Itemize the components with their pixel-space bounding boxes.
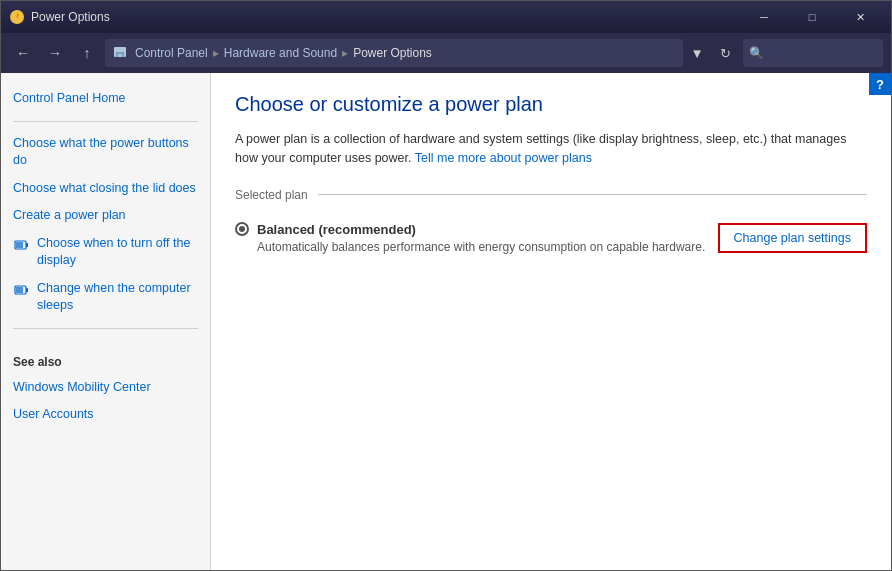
- change-plan-settings-button[interactable]: Change plan settings: [718, 223, 867, 253]
- radio-button[interactable]: [235, 222, 249, 236]
- selected-plan-label: Selected plan: [235, 188, 308, 202]
- back-button[interactable]: ←: [9, 39, 37, 67]
- app-icon: [9, 9, 25, 25]
- battery-icon-1: [13, 236, 31, 254]
- svg-rect-6: [16, 242, 23, 248]
- svg-rect-3: [118, 54, 122, 57]
- content-area: Choose or customize a power plan A power…: [211, 73, 891, 571]
- main-container: Control Panel Home Choose what the power…: [1, 73, 891, 571]
- plan-description: Automatically balances performance with …: [235, 240, 705, 254]
- sidebar-divider-2: [13, 328, 198, 329]
- content-description: A power plan is a collection of hardware…: [235, 130, 867, 168]
- plan-name: Balanced (recommended): [235, 222, 705, 237]
- help-button[interactable]: ?: [869, 73, 891, 95]
- plan-row: Balanced (recommended) Automatically bal…: [235, 214, 867, 262]
- page-title: Choose or customize a power plan: [235, 93, 867, 116]
- breadcrumb-home-icon: [113, 45, 129, 61]
- breadcrumb-sep-1: ▸: [213, 46, 219, 60]
- window-title: Power Options: [31, 10, 741, 24]
- breadcrumb-control-panel[interactable]: Control Panel: [135, 46, 208, 60]
- address-bar: ← → ↑ Control Panel ▸ Hardware and Sound…: [1, 33, 891, 73]
- sidebar-item-change-sleep[interactable]: Change when the computer sleeps: [1, 275, 210, 320]
- maximize-button[interactable]: □: [789, 1, 835, 33]
- breadcrumb-hardware-sound[interactable]: Hardware and Sound: [224, 46, 337, 60]
- breadcrumb-sep-2: ▸: [342, 46, 348, 60]
- sidebar-item-control-panel-home[interactable]: Control Panel Home: [1, 85, 210, 113]
- see-also-title: See also: [1, 337, 210, 374]
- svg-rect-5: [26, 243, 28, 247]
- radio-button-inner: [239, 226, 245, 232]
- breadcrumb-dropdown-button[interactable]: ▼: [687, 39, 707, 67]
- sidebar-divider-1: [13, 121, 198, 122]
- breadcrumb-power-options: Power Options: [353, 46, 432, 60]
- svg-rect-8: [26, 288, 28, 292]
- learn-more-link[interactable]: Tell me more about power plans: [415, 151, 592, 165]
- sidebar-item-turn-off-display[interactable]: Choose when to turn off the display: [1, 230, 210, 275]
- sidebar-item-power-buttons[interactable]: Choose what the power buttons do: [1, 130, 210, 175]
- title-bar: Power Options ─ □ ✕: [1, 1, 891, 33]
- search-container: 🔍: [743, 39, 883, 67]
- sidebar-item-user-accounts[interactable]: User Accounts: [1, 401, 210, 429]
- refresh-button[interactable]: ↻: [711, 39, 739, 67]
- battery-icon-2: [13, 281, 31, 299]
- window-controls: ─ □ ✕: [741, 1, 883, 33]
- svg-rect-9: [16, 287, 23, 293]
- up-button[interactable]: ↑: [73, 39, 101, 67]
- minimize-button[interactable]: ─: [741, 1, 787, 33]
- plan-info: Balanced (recommended) Automatically bal…: [235, 222, 705, 254]
- selected-plan-divider: [318, 194, 867, 195]
- sidebar-item-create-power-plan[interactable]: Create a power plan: [1, 202, 210, 230]
- app-window: Power Options ─ □ ✕ ← → ↑ Control Panel …: [0, 0, 892, 571]
- search-icon: 🔍: [749, 46, 764, 60]
- search-input[interactable]: [743, 39, 883, 67]
- sidebar-item-closing-lid[interactable]: Choose what closing the lid does: [1, 175, 210, 203]
- sidebar: Control Panel Home Choose what the power…: [1, 73, 211, 571]
- selected-plan-header: Selected plan: [235, 188, 867, 202]
- breadcrumb-bar: Control Panel ▸ Hardware and Sound ▸ Pow…: [105, 39, 683, 67]
- sidebar-item-windows-mobility[interactable]: Windows Mobility Center: [1, 374, 210, 402]
- close-button[interactable]: ✕: [837, 1, 883, 33]
- forward-button[interactable]: →: [41, 39, 69, 67]
